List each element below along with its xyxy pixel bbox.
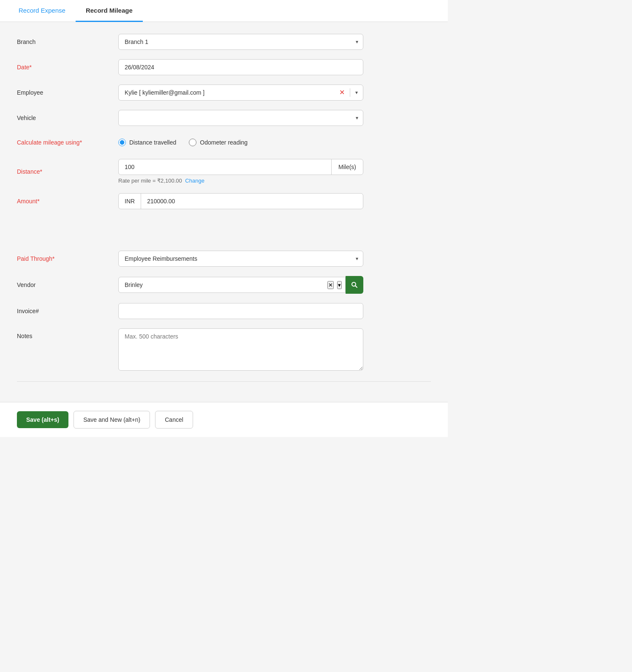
section-divider	[17, 381, 431, 382]
notes-textarea[interactable]	[118, 328, 363, 371]
branch-row: Branch Branch 1 Branch 2 Branch 3 ▾	[17, 34, 431, 50]
branch-select[interactable]: Branch 1 Branch 2 Branch 3	[118, 34, 363, 50]
distance-unit: Mile(s)	[331, 159, 363, 175]
section-gap	[0, 230, 448, 239]
notes-row: Notes	[17, 328, 431, 372]
paid-through-control: Employee Reimbursements Cash Bank Transf…	[118, 251, 363, 267]
tab-record-expense[interactable]: Record Expense	[8, 0, 76, 22]
amount-currency: INR	[119, 194, 141, 209]
vendor-row: Vendor ✕ ▾	[17, 276, 431, 294]
paid-through-label: Paid Through*	[17, 255, 118, 262]
vehicle-control: ▾	[118, 110, 363, 126]
distance-label: Distance*	[17, 168, 118, 175]
date-row: Date*	[17, 59, 431, 75]
radio-distance-label[interactable]: Distance travelled	[118, 139, 176, 146]
radio-odometer-text: Odometer reading	[200, 139, 248, 146]
vendor-wrapper: ✕ ▾	[118, 276, 363, 294]
radio-distance-input[interactable]	[118, 139, 126, 146]
vendor-input-group: ✕ ▾	[118, 277, 346, 293]
employee-combo: ✕ ▾	[118, 85, 363, 101]
vehicle-select-wrapper: ▾	[118, 110, 363, 126]
calc-mileage-row: Calculate mileage using* Distance travel…	[17, 135, 431, 150]
bottom-bar: Save (alt+s) Save and New (alt+n) Cancel	[0, 402, 448, 437]
invoice-control	[118, 303, 363, 319]
form-section: Branch Branch 1 Branch 2 Branch 3 ▾ Date…	[0, 22, 448, 230]
save-and-new-button[interactable]: Save and New (alt+n)	[74, 411, 150, 429]
svg-line-1	[355, 286, 357, 287]
vendor-actions: ✕ ▾	[327, 281, 345, 289]
tabs-bar: Record Expense Record Mileage	[0, 0, 448, 22]
vehicle-row: Vehicle ▾	[17, 110, 431, 126]
notes-control	[118, 328, 363, 372]
amount-label: Amount*	[17, 198, 118, 205]
cancel-button[interactable]: Cancel	[155, 411, 193, 429]
radio-odometer-input[interactable]	[189, 139, 196, 146]
branch-label: Branch	[17, 38, 118, 45]
radio-distance-text: Distance travelled	[129, 139, 176, 146]
radio-odometer-label[interactable]: Odometer reading	[189, 139, 248, 146]
vendor-clear-button[interactable]: ✕	[327, 281, 334, 289]
amount-row: Amount* INR	[17, 193, 431, 209]
calc-mileage-control: Distance travelled Odometer reading	[118, 135, 363, 150]
employee-dropdown-button[interactable]: ▾	[354, 89, 360, 96]
amount-input[interactable]	[141, 194, 363, 209]
vehicle-select[interactable]	[118, 110, 363, 126]
calc-mileage-label: Calculate mileage using*	[17, 139, 118, 146]
employee-control: ✕ ▾	[118, 85, 363, 101]
branch-select-wrapper: Branch 1 Branch 2 Branch 3 ▾	[118, 34, 363, 50]
distance-input-group: Mile(s)	[118, 159, 363, 175]
branch-control: Branch 1 Branch 2 Branch 3 ▾	[118, 34, 363, 50]
vendor-label: Vendor	[17, 281, 118, 288]
amount-control: INR	[118, 193, 363, 209]
vendor-search-button[interactable]	[346, 276, 363, 294]
employee-row: Employee ✕ ▾	[17, 85, 431, 101]
form-section-2: Paid Through* Employee Reimbursements Ca…	[0, 239, 448, 402]
date-label: Date*	[17, 64, 118, 71]
rate-info: Rate per mile = ₹2,100.00 Change	[118, 178, 363, 184]
invoice-label: Invoice#	[17, 308, 118, 314]
date-control	[118, 59, 363, 75]
tab-record-mileage[interactable]: Record Mileage	[76, 0, 143, 22]
distance-row: Distance* Mile(s) Rate per mile = ₹2,100…	[17, 159, 431, 184]
vendor-input[interactable]	[119, 277, 327, 292]
vendor-dropdown-button[interactable]: ▾	[337, 281, 342, 289]
amount-group: INR	[118, 193, 363, 209]
rate-per-mile-text: Rate per mile = ₹2,100.00	[118, 178, 182, 184]
paid-through-row: Paid Through* Employee Reimbursements Ca…	[17, 251, 431, 267]
date-input[interactable]	[118, 59, 363, 75]
distance-control: Mile(s) Rate per mile = ₹2,100.00 Change	[118, 159, 363, 184]
paid-through-select[interactable]: Employee Reimbursements Cash Bank Transf…	[118, 251, 363, 267]
vehicle-label: Vehicle	[17, 115, 118, 121]
employee-actions: ✕ ▾	[338, 88, 363, 97]
distance-input[interactable]	[119, 159, 331, 175]
save-button[interactable]: Save (alt+s)	[17, 411, 68, 428]
invoice-row: Invoice#	[17, 303, 431, 319]
employee-divider	[350, 88, 350, 97]
vendor-control: ✕ ▾	[118, 276, 363, 294]
employee-input[interactable]	[119, 85, 338, 100]
rate-change-link[interactable]: Change	[185, 178, 204, 184]
notes-label: Notes	[17, 328, 118, 339]
paid-through-select-wrapper: Employee Reimbursements Cash Bank Transf…	[118, 251, 363, 267]
invoice-input[interactable]	[118, 303, 363, 319]
employee-label: Employee	[17, 89, 118, 96]
employee-clear-button[interactable]: ✕	[338, 88, 346, 97]
search-icon	[351, 281, 358, 288]
calc-mileage-radio-group: Distance travelled Odometer reading	[118, 135, 363, 150]
